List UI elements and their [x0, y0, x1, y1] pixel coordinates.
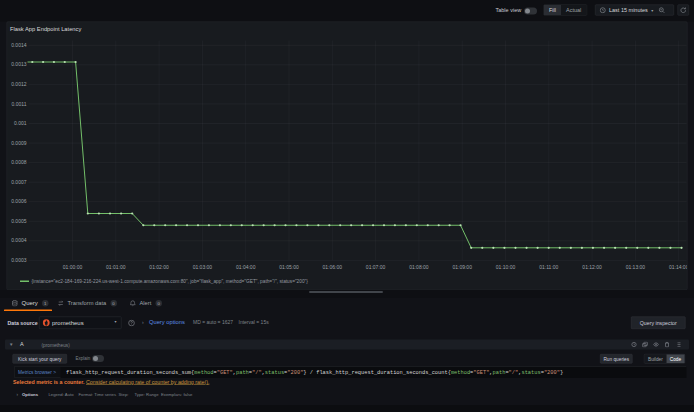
svg-text:01:06:00: 01:06:00	[323, 264, 343, 270]
svg-text:01:05:00: 01:05:00	[279, 264, 299, 270]
svg-text:0.0005: 0.0005	[11, 218, 27, 224]
svg-text:0.0011: 0.0011	[12, 101, 27, 107]
svg-text:0.0004: 0.0004	[11, 237, 27, 243]
svg-text:0.0012: 0.0012	[11, 81, 27, 87]
svg-text:0.0007: 0.0007	[11, 179, 27, 185]
svg-text:01:01:00: 01:01:00	[106, 264, 126, 270]
svg-text:0.0014: 0.0014	[11, 42, 27, 48]
svg-text:0.0013: 0.0013	[11, 61, 27, 67]
svg-text:0.0009: 0.0009	[11, 140, 27, 146]
svg-text:0.001: 0.001	[14, 120, 27, 126]
svg-text:01:14:00: 01:14:00	[669, 264, 687, 270]
svg-text:01:12:00: 01:12:00	[582, 264, 602, 270]
svg-text:01:04:00: 01:04:00	[236, 264, 256, 270]
svg-text:01:08:00: 01:08:00	[409, 264, 429, 270]
svg-text:01:13:00: 01:13:00	[626, 264, 646, 270]
svg-text:01:00:00: 01:00:00	[63, 264, 83, 270]
svg-text:01:02:00: 01:02:00	[149, 264, 169, 270]
svg-text:01:03:00: 01:03:00	[193, 264, 213, 270]
svg-text:0.0003: 0.0003	[11, 257, 27, 263]
svg-text:01:10:00: 01:10:00	[496, 264, 516, 270]
svg-text:01:11:00: 01:11:00	[539, 264, 558, 270]
svg-text:0.0006: 0.0006	[11, 198, 27, 204]
svg-text:0.0008: 0.0008	[11, 159, 27, 165]
svg-text:01:07:00: 01:07:00	[366, 264, 386, 270]
svg-text:01:09:00: 01:09:00	[452, 264, 472, 270]
